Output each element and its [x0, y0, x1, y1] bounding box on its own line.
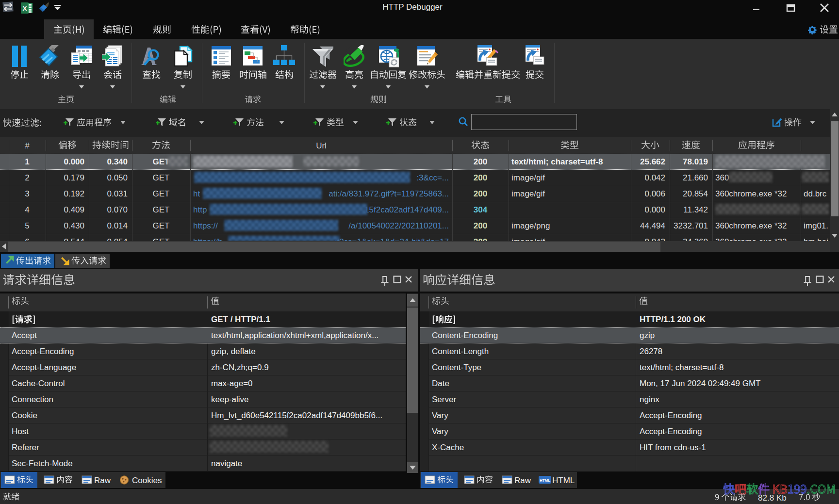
svg-text:X: X	[22, 5, 27, 12]
svg-text:HTML: HTML	[540, 478, 550, 483]
